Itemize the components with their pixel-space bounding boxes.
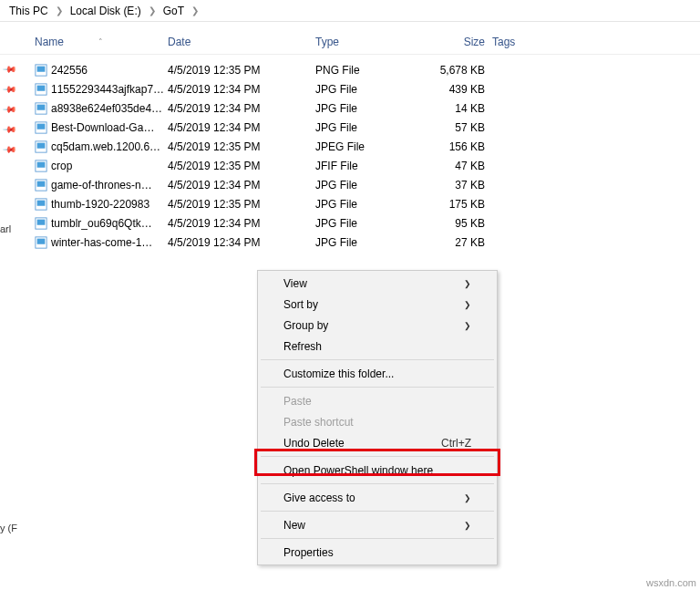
breadcrumb-item-folder[interactable]: GoT: [160, 5, 188, 17]
file-date: 4/5/2019 12:34 PM: [168, 179, 315, 191]
chevron-right-icon: ❯: [464, 493, 471, 502]
file-row[interactable]: winter-has-come-1…4/5/2019 12:34 PMJPG F…: [0, 233, 700, 252]
file-type: PNG File: [315, 64, 417, 77]
file-row[interactable]: cq5dam.web.1200.6…4/5/2019 12:35 PMJPEG …: [0, 137, 700, 156]
chevron-right-icon: ❯: [188, 5, 202, 16]
file-row[interactable]: tumblr_ou69q6Qtk…4/5/2019 12:34 PMJPG Fi…: [0, 213, 700, 233]
context-menu: View ❯ Sort by ❯ Group by ❯ Refresh Cust…: [257, 270, 498, 565]
menu-item-new[interactable]: New ❯: [260, 514, 495, 535]
file-row[interactable]: 11552293443ajfkap7…4/5/2019 12:34 PMJPG …: [0, 79, 700, 98]
file-size: 156 KB: [417, 140, 492, 153]
file-name: a8938e624ef035de4…: [51, 102, 168, 115]
breadcrumb[interactable]: This PC ❯ Local Disk (E:) ❯ GoT ❯: [0, 0, 700, 22]
chevron-right-icon: ❯: [464, 279, 471, 288]
breadcrumb-item-root[interactable]: This PC: [5, 5, 52, 17]
column-header-tags[interactable]: Tags: [492, 36, 583, 48]
svg-rect-11: [37, 161, 46, 167]
svg-rect-15: [37, 200, 46, 205]
file-size: 175 KB: [417, 198, 492, 211]
column-header-size[interactable]: Size: [417, 36, 492, 48]
file-list: 2425564/5/2019 12:35 PMPNG File5,678 KB1…: [0, 55, 700, 252]
menu-item-paste-shortcut: Paste shortcut: [260, 411, 495, 432]
svg-rect-19: [37, 238, 46, 243]
chevron-right-icon: ❯: [464, 321, 471, 330]
file-date: 4/5/2019 12:35 PM: [168, 140, 315, 153]
nav-fragment: arl: [0, 223, 11, 234]
chevron-right-icon: ❯: [464, 521, 471, 530]
breadcrumb-item-drive[interactable]: Local Disk (E:): [67, 5, 145, 17]
image-file-icon: [35, 179, 51, 191]
file-date: 4/5/2019 12:35 PM: [168, 198, 315, 211]
svg-rect-7: [37, 123, 46, 129]
file-date: 4/5/2019 12:35 PM: [168, 160, 315, 172]
menu-separator: [261, 359, 494, 360]
file-name: cq5dam.web.1200.6…: [51, 140, 168, 153]
file-name: game-of-thrones-n…: [51, 179, 168, 191]
nav-fragment: y (F: [0, 523, 17, 533]
file-row[interactable]: Best-Download-Ga…4/5/2019 12:34 PMJPG Fi…: [0, 118, 700, 137]
menu-separator: [261, 538, 494, 539]
file-date: 4/5/2019 12:34 PM: [168, 236, 315, 249]
file-type: JPG File: [315, 217, 417, 230]
file-date: 4/5/2019 12:34 PM: [168, 102, 315, 115]
image-file-icon: [35, 217, 51, 230]
menu-separator: [261, 511, 494, 512]
file-name: Best-Download-Ga…: [51, 121, 168, 134]
column-headers: Name ˄ Date Type Size Tags: [0, 29, 700, 55]
file-size: 439 KB: [417, 83, 492, 96]
watermark: wsxdn.com: [646, 577, 696, 588]
file-size: 27 KB: [417, 236, 492, 249]
file-type: JFIF File: [315, 160, 417, 172]
highlight-annotation: [254, 449, 500, 476]
menu-item-group-by[interactable]: Group by ❯: [260, 315, 495, 336]
file-name: crop: [51, 160, 168, 172]
file-size: 47 KB: [417, 160, 492, 172]
file-size: 57 KB: [417, 121, 492, 134]
file-row[interactable]: game-of-thrones-n…4/5/2019 12:34 PMJPG F…: [0, 175, 700, 194]
shortcut-label: Ctrl+Z: [441, 437, 471, 450]
file-size: 37 KB: [417, 179, 492, 191]
image-file-icon: [35, 121, 51, 134]
file-type: JPG File: [315, 102, 417, 115]
file-name: 11552293443ajfkap7…: [51, 83, 168, 96]
svg-rect-1: [37, 66, 46, 71]
svg-rect-5: [37, 104, 46, 109]
menu-item-paste: Paste: [260, 390, 495, 411]
menu-item-sort-by[interactable]: Sort by ❯: [260, 294, 495, 315]
file-type: JPEG File: [315, 140, 417, 153]
file-type: JPG File: [315, 236, 417, 249]
menu-item-view[interactable]: View ❯: [260, 273, 495, 294]
file-type: JPG File: [315, 198, 417, 211]
chevron-right-icon: ❯: [52, 5, 67, 16]
image-file-icon: [35, 83, 51, 96]
file-row[interactable]: crop4/5/2019 12:35 PMJFIF File47 KB: [0, 156, 700, 175]
file-type: JPG File: [315, 83, 417, 96]
column-header-date[interactable]: Date: [168, 36, 315, 48]
file-date: 4/5/2019 12:35 PM: [168, 64, 315, 77]
menu-item-properties[interactable]: Properties: [260, 542, 495, 563]
menu-item-give-access[interactable]: Give access to ❯: [260, 487, 495, 508]
menu-separator: [261, 483, 494, 484]
chevron-right-icon: ❯: [464, 300, 471, 309]
column-header-type[interactable]: Type: [315, 36, 417, 48]
menu-separator: [261, 387, 494, 388]
file-row[interactable]: 2425564/5/2019 12:35 PMPNG File5,678 KB: [0, 60, 700, 79]
svg-rect-13: [37, 181, 46, 186]
sort-ascending-icon: ˄: [98, 37, 103, 47]
file-name: tumblr_ou69q6Qtk…: [51, 217, 168, 230]
file-name: winter-has-come-1…: [51, 236, 168, 249]
file-date: 4/5/2019 12:34 PM: [168, 83, 315, 96]
column-header-name[interactable]: Name ˄: [35, 36, 168, 48]
file-name: thumb-1920-220983: [51, 198, 168, 211]
file-date: 4/5/2019 12:34 PM: [168, 217, 315, 230]
file-date: 4/5/2019 12:34 PM: [168, 121, 315, 134]
file-type: JPG File: [315, 179, 417, 191]
menu-item-refresh[interactable]: Refresh: [260, 336, 495, 357]
image-file-icon: [35, 198, 51, 211]
file-row[interactable]: thumb-1920-2209834/5/2019 12:35 PMJPG Fi…: [0, 194, 700, 213]
file-size: 5,678 KB: [417, 64, 492, 77]
image-file-icon: [35, 102, 51, 115]
menu-item-customize[interactable]: Customize this folder...: [260, 363, 495, 384]
svg-rect-3: [37, 85, 46, 90]
file-row[interactable]: a8938e624ef035de4…4/5/2019 12:34 PMJPG F…: [0, 98, 700, 118]
